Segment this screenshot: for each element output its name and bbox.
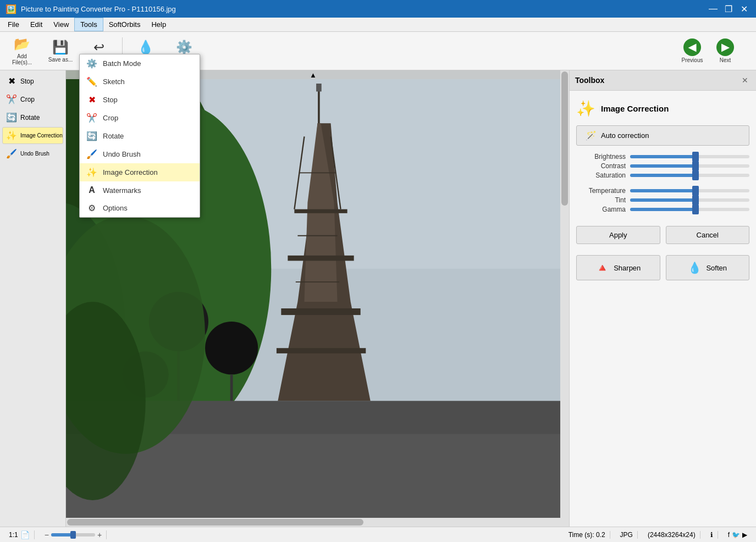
horizontal-scroll-thumb[interactable] — [67, 519, 363, 526]
toolbar-save-as[interactable]: 💾 Save as... — [43, 35, 78, 67]
zoom-slider-thumb[interactable] — [70, 531, 76, 539]
status-social: f 🐦 ▶ — [724, 531, 752, 539]
tint-thumb[interactable] — [692, 195, 699, 205]
menu-edit[interactable]: Edit — [25, 18, 48, 31]
status-dimensions: (2448x3264x24) — [643, 531, 700, 539]
dropdown-stop[interactable]: ✖ Stop — [80, 91, 200, 109]
sharpen-label: Sharpen — [614, 264, 641, 272]
gamma-row: Gamma — [576, 206, 749, 213]
tool-undo-brush[interactable]: 🖌️ Undo Brush — [2, 145, 63, 162]
youtube-icon[interactable]: ▶ — [742, 531, 747, 539]
contrast-row: Contrast — [576, 162, 749, 170]
temperature-thumb[interactable] — [692, 186, 699, 196]
tool-stop[interactable]: ✖ Stop — [2, 73, 63, 90]
status-zoom-section: 1:1 📄 — [4, 530, 35, 539]
toolbar-save-label: Save as... — [48, 57, 73, 63]
temperature-fill — [630, 189, 696, 192]
maximize-button[interactable]: ❐ — [722, 2, 735, 15]
menu-file[interactable]: File — [2, 18, 25, 31]
tool-rotate-label: Rotate — [20, 114, 40, 121]
image-correction-menu-icon: ✨ — [86, 167, 97, 178]
apply-button[interactable]: Apply — [576, 226, 660, 244]
twitter-icon[interactable]: 🐦 — [732, 531, 740, 539]
saturation-thumb[interactable] — [692, 170, 699, 180]
saturation-slider[interactable] — [630, 174, 749, 177]
contrast-thumb[interactable] — [692, 161, 699, 171]
facebook-icon[interactable]: f — [728, 531, 730, 539]
toolbox-header: Toolbox ✕ — [570, 70, 756, 91]
crop-icon: ✂️ — [6, 94, 17, 104]
saturation-fill — [630, 174, 696, 177]
tool-image-correction[interactable]: ✨ Image Correction — [2, 127, 63, 144]
zoom-in-button[interactable]: + — [97, 530, 102, 539]
brightness-thumb[interactable] — [692, 152, 699, 162]
cancel-button[interactable]: Cancel — [666, 226, 750, 244]
window-title: Picture to Painting Converter Pro - P111… — [21, 5, 176, 13]
watermarks-menu-icon: A — [86, 185, 97, 195]
sharpen-soften-row: 🔺 Sharpen 💧 Soften — [576, 255, 749, 280]
dropdown-rotate[interactable]: 🔄 Rotate — [80, 127, 200, 145]
tool-rotate[interactable]: 🔄 Rotate — [2, 109, 63, 126]
minimize-button[interactable]: — — [707, 2, 720, 15]
title-bar: 🖼️ Picture to Painting Converter Pro - P… — [0, 0, 756, 18]
sharpen-icon: 🔺 — [595, 261, 609, 274]
svg-rect-27 — [316, 84, 322, 91]
contrast-fill — [630, 164, 696, 168]
magic-wand-icon: 🪄 — [586, 130, 597, 141]
dropdown-crop[interactable]: ✂️ Crop — [80, 109, 200, 127]
soften-button[interactable]: 💧 Soften — [666, 255, 750, 280]
tint-row: Tint — [576, 196, 749, 204]
vertical-scrollbar[interactable] — [560, 70, 569, 518]
stop-icon: ✖ — [6, 76, 17, 86]
batch-icon: ⚙️ — [176, 40, 192, 55]
toolbox-panel: Toolbox ✕ ✨ Image Correction 🪄 Auto corr… — [569, 70, 756, 527]
toolbar-add-files-label: Add File(s)... — [12, 53, 32, 65]
dimensions-label: (2448x3264x24) — [648, 531, 696, 539]
dropdown-crop-label: Crop — [103, 114, 118, 122]
dropdown-batch-label: Batch Mode — [103, 59, 141, 68]
next-label: Next — [720, 57, 731, 63]
horizontal-scrollbar[interactable] — [66, 518, 560, 527]
zoom-out-button[interactable]: − — [45, 530, 49, 539]
toolbar-add-files[interactable]: 📂 Add File(s)... — [4, 35, 40, 67]
rotate-menu-icon: 🔄 — [86, 131, 97, 141]
image-correction-header-icon: ✨ — [576, 99, 595, 118]
dropdown-options[interactable]: ⚙ Options — [80, 199, 200, 217]
dropdown-undo-brush[interactable]: 🖌️ Undo Brush — [80, 145, 200, 163]
brightness-slider[interactable] — [630, 155, 749, 158]
spacer — [576, 181, 749, 185]
gamma-slider[interactable] — [630, 208, 749, 211]
vertical-scroll-thumb[interactable] — [561, 71, 568, 206]
page-icon: 📄 — [20, 530, 30, 539]
info-icon[interactable]: ℹ — [710, 531, 713, 539]
menu-softorbits[interactable]: SoftOrbits — [103, 18, 146, 31]
menu-help[interactable]: Help — [146, 18, 172, 31]
nav-previous-button[interactable]: ◀ Previous — [677, 35, 708, 67]
undo-icon: ↩ — [93, 40, 104, 55]
contrast-slider[interactable] — [630, 164, 749, 168]
gamma-thumb[interactable] — [692, 204, 699, 214]
tool-crop[interactable]: ✂️ Crop — [2, 91, 63, 108]
svg-rect-16 — [277, 348, 366, 353]
zoom-slider[interactable] — [51, 533, 95, 537]
menu-view[interactable]: View — [48, 18, 74, 31]
dropdown-sketch[interactable]: ✏️ Sketch — [80, 73, 200, 91]
soften-label: Soften — [706, 264, 727, 272]
dropdown-image-correction-label: Image Correction — [103, 168, 158, 176]
auto-correction-button[interactable]: 🪄 Auto correction — [576, 125, 749, 146]
temperature-slider[interactable] — [630, 189, 749, 192]
batch-mode-menu-icon: ⚙️ — [86, 58, 97, 69]
dropdown-watermarks[interactable]: A Watermarks — [80, 181, 200, 199]
nav-next-button[interactable]: ▶ Next — [710, 35, 741, 67]
image-correction-icon: ✨ — [6, 130, 17, 141]
dropdown-image-correction[interactable]: ✨ Image Correction — [80, 163, 200, 181]
tools-dropdown-menu: ⚙️ Batch Mode ✏️ Sketch ✖ Stop ✂️ Crop 🔄… — [79, 54, 200, 218]
menu-tools[interactable]: Tools — [74, 18, 103, 31]
format-label: JPG — [620, 531, 633, 539]
tool-image-correction-label: Image Correction — [20, 132, 63, 139]
tint-slider[interactable] — [630, 198, 749, 202]
close-button[interactable]: ✕ — [737, 2, 751, 15]
dropdown-batch-mode[interactable]: ⚙️ Batch Mode — [80, 54, 200, 73]
sharpen-button[interactable]: 🔺 Sharpen — [576, 255, 660, 280]
toolbox-close-button[interactable]: ✕ — [740, 75, 751, 86]
